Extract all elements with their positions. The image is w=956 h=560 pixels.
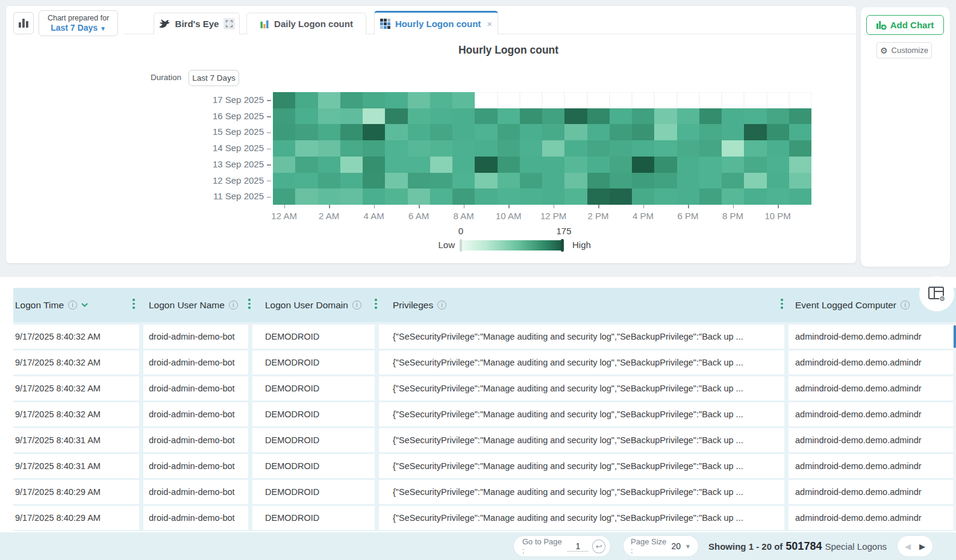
heatmap-cell[interactable] bbox=[408, 188, 430, 205]
heatmap-grid[interactable] bbox=[273, 92, 811, 205]
tab-hourly-logon-count[interactable]: Hourly Logon count × bbox=[374, 11, 498, 34]
heatmap-cell[interactable] bbox=[452, 92, 475, 108]
heatmap-cell[interactable] bbox=[408, 157, 430, 173]
heatmap-cell[interactable] bbox=[318, 92, 340, 108]
heatmap-cell[interactable] bbox=[722, 157, 744, 173]
heatmap-cell[interactable] bbox=[340, 173, 363, 189]
next-page-icon[interactable]: ▶ bbox=[919, 542, 925, 551]
heatmap-cell[interactable] bbox=[273, 108, 295, 125]
heatmap-cell[interactable] bbox=[498, 108, 520, 125]
column-menu-icon[interactable] bbox=[247, 299, 252, 309]
heatmap-cell[interactable] bbox=[452, 157, 475, 173]
heatmap-cell[interactable] bbox=[699, 157, 722, 173]
scrollbar-track[interactable] bbox=[953, 322, 956, 531]
heatmap-cell[interactable] bbox=[767, 173, 789, 189]
heatmap-cell[interactable] bbox=[385, 157, 407, 173]
table-row[interactable]: 9/17/2025 8:40:31 AMdroid-admin-demo-bot… bbox=[13, 428, 956, 452]
heatmap-cell[interactable] bbox=[654, 188, 676, 205]
heatmap-cell[interactable] bbox=[722, 173, 744, 189]
column-header-logon-time[interactable]: Logon Timei bbox=[13, 300, 139, 311]
heatmap-cell[interactable] bbox=[610, 140, 632, 157]
heatmap-cell[interactable] bbox=[408, 108, 430, 125]
column-menu-icon[interactable] bbox=[131, 299, 136, 309]
heatmap-cell[interactable] bbox=[654, 157, 676, 173]
heatmap-cell[interactable] bbox=[587, 188, 610, 205]
chart-type-button[interactable] bbox=[13, 12, 34, 34]
heatmap-cell[interactable] bbox=[273, 92, 295, 108]
heatmap-cell[interactable] bbox=[767, 140, 789, 157]
heatmap-cell[interactable] bbox=[789, 108, 811, 125]
heatmap-cell[interactable] bbox=[610, 108, 632, 125]
heatmap-cell[interactable] bbox=[430, 124, 452, 140]
column-menu-icon[interactable] bbox=[779, 299, 784, 309]
heatmap-cell[interactable] bbox=[587, 140, 610, 157]
heatmap-cell[interactable] bbox=[475, 157, 497, 173]
heatmap-cell[interactable] bbox=[542, 140, 564, 157]
heatmap-cell[interactable] bbox=[520, 173, 542, 189]
table-row[interactable]: 9/17/2025 8:40:29 AMdroid-admin-demo-bot… bbox=[13, 506, 956, 530]
heatmap-cell[interactable] bbox=[385, 92, 407, 108]
heatmap-cell[interactable] bbox=[295, 124, 317, 140]
heatmap-cell[interactable] bbox=[318, 188, 340, 205]
heatmap-cell[interactable] bbox=[699, 140, 722, 157]
heatmap-cell[interactable] bbox=[564, 173, 587, 189]
tab-birds-eye[interactable]: Bird's Eye bbox=[154, 13, 240, 34]
column-menu-icon[interactable] bbox=[373, 299, 378, 309]
heatmap-cell[interactable] bbox=[744, 157, 766, 173]
heatmap-cell[interactable] bbox=[610, 157, 632, 173]
heatmap-cell[interactable] bbox=[632, 124, 654, 140]
heatmap-cell[interactable] bbox=[744, 108, 766, 125]
heatmap-cell[interactable] bbox=[654, 173, 676, 189]
tab-daily-logon-count[interactable]: Daily Logon count bbox=[246, 13, 366, 34]
heatmap-cell[interactable] bbox=[587, 173, 610, 189]
heatmap-cell[interactable] bbox=[789, 173, 811, 189]
table-row[interactable]: 9/17/2025 8:40:32 AMdroid-admin-demo-bot… bbox=[13, 402, 956, 426]
heatmap-cell[interactable] bbox=[767, 157, 789, 173]
heatmap-cell[interactable] bbox=[295, 108, 317, 125]
table-row[interactable]: 9/17/2025 8:40:31 AMdroid-admin-demo-bot… bbox=[13, 454, 956, 478]
heatmap-cell[interactable] bbox=[520, 188, 542, 205]
heatmap-cell[interactable] bbox=[542, 188, 564, 205]
heatmap-cell[interactable] bbox=[744, 92, 766, 108]
heatmap-cell[interactable] bbox=[632, 173, 654, 189]
heatmap-cell[interactable] bbox=[452, 173, 475, 189]
heatmap-cell[interactable] bbox=[273, 188, 295, 205]
heatmap-cell[interactable] bbox=[295, 173, 317, 189]
table-row[interactable]: 9/17/2025 8:40:32 AMdroid-admin-demo-bot… bbox=[13, 376, 956, 400]
heatmap-cell[interactable] bbox=[452, 188, 475, 205]
previous-page-icon[interactable]: ◀ bbox=[905, 542, 911, 551]
add-chart-button[interactable]: Add Chart bbox=[866, 15, 944, 35]
heatmap-cell[interactable] bbox=[340, 108, 363, 125]
heatmap-cell[interactable] bbox=[722, 140, 744, 157]
info-icon[interactable]: i bbox=[437, 300, 446, 310]
heatmap-cell[interactable] bbox=[363, 173, 385, 189]
heatmap-cell[interactable] bbox=[610, 173, 632, 189]
heatmap-cell[interactable] bbox=[677, 173, 699, 189]
heatmap-cell[interactable] bbox=[430, 108, 452, 125]
heatmap-cell[interactable] bbox=[318, 157, 340, 173]
heatmap-cell[interactable] bbox=[295, 188, 317, 205]
heatmap-cell[interactable] bbox=[564, 108, 587, 125]
heatmap-cell[interactable] bbox=[564, 157, 587, 173]
heatmap-cell[interactable] bbox=[744, 173, 766, 189]
heatmap-cell[interactable] bbox=[273, 157, 295, 173]
heatmap-cell[interactable] bbox=[632, 157, 654, 173]
heatmap-cell[interactable] bbox=[340, 124, 363, 140]
heatmap-cell[interactable] bbox=[520, 157, 542, 173]
heatmap-cell[interactable] bbox=[789, 188, 811, 205]
heatmap-cell[interactable] bbox=[408, 124, 430, 140]
heatmap-cell[interactable] bbox=[318, 173, 340, 189]
heatmap-cell[interactable] bbox=[542, 108, 564, 125]
heatmap-cell[interactable] bbox=[677, 108, 699, 125]
heatmap-cell[interactable] bbox=[564, 188, 587, 205]
heatmap-cell[interactable] bbox=[452, 124, 475, 140]
heatmap-cell[interactable] bbox=[273, 124, 295, 140]
heatmap-cell[interactable] bbox=[498, 92, 520, 108]
heatmap-cell[interactable] bbox=[408, 92, 430, 108]
heatmap-cell[interactable] bbox=[542, 157, 564, 173]
info-icon[interactable]: i bbox=[901, 300, 910, 310]
heatmap-cell[interactable] bbox=[654, 108, 676, 125]
heatmap-cell[interactable] bbox=[677, 157, 699, 173]
go-to-page-submit-icon[interactable]: ↩ bbox=[592, 540, 605, 553]
heatmap-cell[interactable] bbox=[587, 108, 610, 125]
